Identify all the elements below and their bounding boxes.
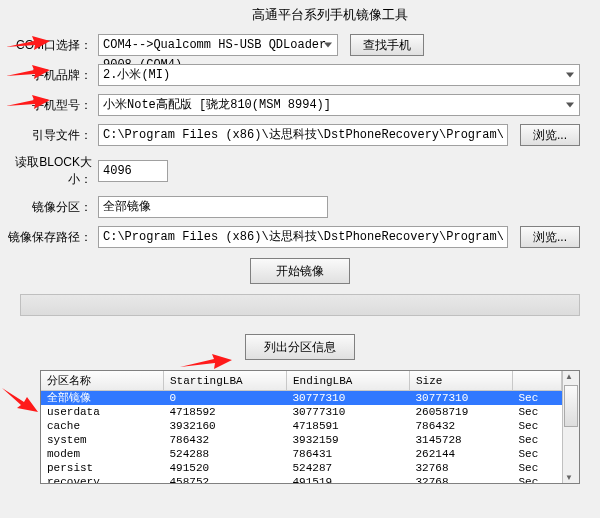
table-row[interactable]: 全部镜像03077731030777310Sec <box>41 391 562 406</box>
arrow-annotation-icon <box>0 386 40 412</box>
com-port-label: COM口选择： <box>4 37 98 54</box>
table-cell: 0 <box>164 391 287 406</box>
block-size-label: 读取BLOCK大小： <box>4 154 98 188</box>
table-cell: modem <box>41 447 164 461</box>
partition-table-container: 分区名称StartingLBAEndingLBASize 全部镜像0307773… <box>40 370 580 484</box>
table-cell: Sec <box>513 447 562 461</box>
table-cell: 3932160 <box>164 419 287 433</box>
brand-value: 2.小米(MI) <box>103 68 170 82</box>
table-row[interactable]: modem524288786431262144Sec <box>41 447 562 461</box>
table-cell: 3145728 <box>410 433 513 447</box>
table-cell: 3932159 <box>287 433 410 447</box>
table-header[interactable]: Size <box>410 371 513 391</box>
table-cell: Sec <box>513 391 562 406</box>
table-header[interactable] <box>513 371 562 391</box>
table-cell: 524288 <box>164 447 287 461</box>
table-header[interactable]: 分区名称 <box>41 371 164 391</box>
table-cell: 30777310 <box>287 391 410 406</box>
table-cell: Sec <box>513 405 562 419</box>
model-value: 小米Note高配版 [骁龙810(MSM 8994)] <box>103 98 331 112</box>
browse-boot-button[interactable]: 浏览... <box>520 124 580 146</box>
save-path-label: 镜像保存路径： <box>4 229 98 246</box>
model-label: 手机型号： <box>4 97 98 114</box>
table-header[interactable]: StartingLBA <box>164 371 287 391</box>
table-row[interactable]: recovery45875249151932768Sec <box>41 475 562 483</box>
model-select[interactable]: 小米Note高配版 [骁龙810(MSM 8994)] <box>98 94 580 116</box>
table-cell: userdata <box>41 405 164 419</box>
partition-table[interactable]: 分区名称StartingLBAEndingLBASize 全部镜像0307773… <box>41 371 562 483</box>
table-row[interactable]: cache39321604718591786432Sec <box>41 419 562 433</box>
scrollbar-thumb[interactable] <box>564 385 578 427</box>
table-scrollbar[interactable] <box>562 371 579 483</box>
table-cell: 491520 <box>164 461 287 475</box>
save-path-input[interactable] <box>98 226 508 248</box>
browse-save-button[interactable]: 浏览... <box>520 226 580 248</box>
table-cell: 30777310 <box>287 405 410 419</box>
find-phone-button[interactable]: 查找手机 <box>350 34 424 56</box>
list-partitions-button[interactable]: 列出分区信息 <box>245 334 355 360</box>
table-row[interactable]: system78643239321593145728Sec <box>41 433 562 447</box>
table-cell: system <box>41 433 164 447</box>
block-size-input[interactable] <box>98 160 168 182</box>
table-header[interactable]: EndingLBA <box>287 371 410 391</box>
table-cell: Sec <box>513 433 562 447</box>
table-cell: cache <box>41 419 164 433</box>
table-row[interactable]: userdata47185923077731026058719Sec <box>41 405 562 419</box>
table-cell: Sec <box>513 461 562 475</box>
table-cell: 491519 <box>287 475 410 483</box>
boot-file-label: 引导文件： <box>4 127 98 144</box>
brand-label: 手机品牌： <box>4 67 98 84</box>
start-image-button[interactable]: 开始镜像 <box>250 258 350 284</box>
brand-select[interactable]: 2.小米(MI) <box>98 64 580 86</box>
table-cell: persist <box>41 461 164 475</box>
com-port-select[interactable]: COM4-->Qualcomm HS-USB QDLoader 9008 (CO… <box>98 34 338 56</box>
table-cell: 32768 <box>410 475 513 483</box>
progress-bar <box>20 294 580 316</box>
table-cell: 524287 <box>287 461 410 475</box>
table-cell: Sec <box>513 475 562 483</box>
table-cell: 4718592 <box>164 405 287 419</box>
boot-file-input[interactable] <box>98 124 508 146</box>
table-cell: 4718591 <box>287 419 410 433</box>
table-cell: 30777310 <box>410 391 513 406</box>
table-cell: 458752 <box>164 475 287 483</box>
partition-input[interactable] <box>98 196 328 218</box>
partition-label: 镜像分区： <box>4 199 98 216</box>
table-cell: 786431 <box>287 447 410 461</box>
page-title: 高通平台系列手机镜像工具 <box>60 0 600 34</box>
table-row[interactable]: persist49152052428732768Sec <box>41 461 562 475</box>
table-cell: 786432 <box>410 419 513 433</box>
table-cell: 786432 <box>164 433 287 447</box>
table-cell: recovery <box>41 475 164 483</box>
table-cell: 262144 <box>410 447 513 461</box>
table-cell: 26058719 <box>410 405 513 419</box>
table-cell: 全部镜像 <box>41 391 164 406</box>
table-cell: Sec <box>513 419 562 433</box>
table-cell: 32768 <box>410 461 513 475</box>
